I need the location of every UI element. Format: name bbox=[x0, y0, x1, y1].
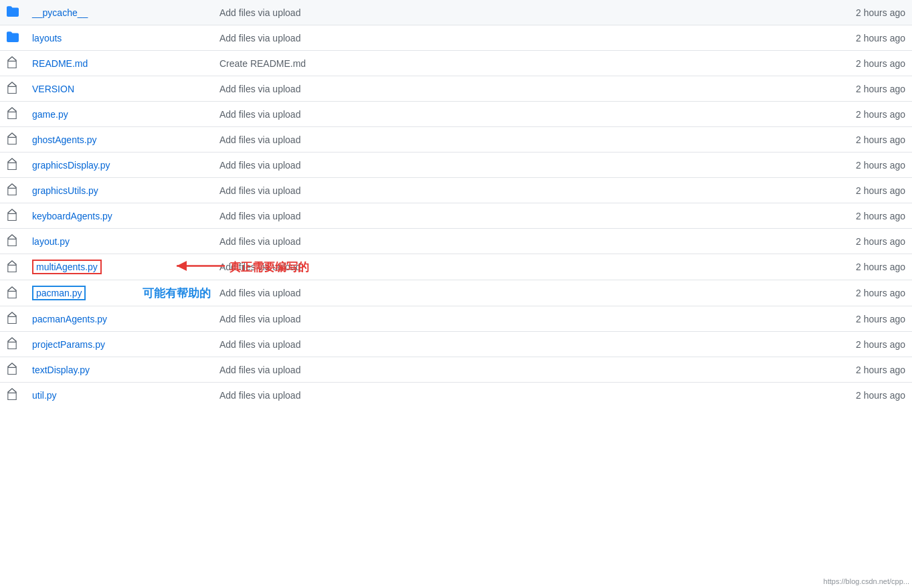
file-message-ghostagents: Add files via upload bbox=[213, 127, 818, 153]
file-icon-keyboardagents bbox=[0, 203, 25, 229]
file-time-multiagents: 2 hours ago bbox=[818, 254, 912, 280]
file-row-projectparams: projectParams.py Add files via upload 2 … bbox=[0, 332, 912, 357]
file-time-readme: 2 hours ago bbox=[818, 51, 912, 76]
file-message-gamepy: Add files via upload bbox=[213, 102, 818, 127]
file-link-ghostagents[interactable]: ghostAgents.py bbox=[32, 134, 97, 145]
file-link-util[interactable]: util.py bbox=[32, 390, 57, 401]
file-message-textdisplay: Add files via upload bbox=[213, 357, 818, 383]
file-link-layout[interactable]: layout.py bbox=[32, 236, 70, 247]
file-name-cell-ghostagents: ghostAgents.py bbox=[25, 127, 213, 153]
file-row-multiagents: multiAgents.py 真正需要编写的 Add files via upl… bbox=[0, 254, 912, 280]
file-message-projectparams: Add files via upload bbox=[213, 332, 818, 357]
file-message-layouts: Add files via upload bbox=[213, 25, 818, 51]
file-name-cell-pacman: pacman.py 可能有帮助的 bbox=[25, 280, 213, 306]
file-time-projectparams: 2 hours ago bbox=[818, 332, 912, 357]
file-name-cell-pacmanagents: pacmanAgents.py bbox=[25, 306, 213, 332]
file-time-version: 2 hours ago bbox=[818, 76, 912, 102]
file-icon-readme bbox=[0, 51, 25, 76]
file-time-pacman: 2 hours ago bbox=[818, 280, 912, 306]
file-row-ghostagents: ghostAgents.py Add files via upload 2 ho… bbox=[0, 127, 912, 153]
file-row-pycache: __pycache__ Add files via upload 2 hours… bbox=[0, 0, 912, 25]
file-link-pacmanagents[interactable]: pacmanAgents.py bbox=[32, 314, 107, 324]
file-time-textdisplay: 2 hours ago bbox=[818, 357, 912, 383]
file-time-gamepy: 2 hours ago bbox=[818, 102, 912, 127]
file-row-keyboardagents: keyboardAgents.py Add files via upload 2… bbox=[0, 203, 912, 229]
file-link-version[interactable]: VERSION bbox=[32, 84, 74, 94]
file-row-graphicsdisplay: graphicsDisplay.py Add files via upload … bbox=[0, 153, 912, 178]
file-message-version: Add files via upload bbox=[213, 76, 818, 102]
file-icon-pacman bbox=[0, 280, 25, 306]
file-time-keyboardagents: 2 hours ago bbox=[818, 203, 912, 229]
file-time-pacmanagents: 2 hours ago bbox=[818, 306, 912, 332]
file-name-cell-layout: layout.py bbox=[25, 229, 213, 254]
file-time-layout: 2 hours ago bbox=[818, 229, 912, 254]
file-name-cell-multiagents: multiAgents.py 真正需要编写的 bbox=[25, 254, 213, 280]
file-time-graphicsutils: 2 hours ago bbox=[818, 178, 912, 203]
file-icon-graphicsutils bbox=[0, 178, 25, 203]
file-row-util: util.py Add files via upload 2 hours ago bbox=[0, 383, 912, 408]
file-link-gamepy[interactable]: game.py bbox=[32, 109, 68, 120]
file-name-cell-textdisplay: textDisplay.py bbox=[25, 357, 213, 383]
file-icon-gamepy bbox=[0, 102, 25, 127]
highlight-blue: pacman.py bbox=[32, 286, 86, 300]
file-name-cell-graphicsdisplay: graphicsDisplay.py bbox=[25, 153, 213, 178]
arrow-red bbox=[173, 258, 226, 276]
file-icon-ghostagents bbox=[0, 127, 25, 153]
file-row-graphicsutils: graphicsUtils.py Add files via upload 2 … bbox=[0, 178, 912, 203]
file-time-util: 2 hours ago bbox=[818, 383, 912, 408]
file-link-projectparams[interactable]: projectParams.py bbox=[32, 339, 105, 350]
file-message-pacman: Add files via upload bbox=[213, 280, 818, 306]
file-icon-projectparams bbox=[0, 332, 25, 357]
file-message-graphicsutils: Add files via upload bbox=[213, 178, 818, 203]
file-message-pycache: Add files via upload bbox=[213, 0, 818, 25]
file-row-layouts: layouts Add files via upload 2 hours ago bbox=[0, 25, 912, 51]
file-message-util: Add files via upload bbox=[213, 383, 818, 408]
file-icon-pacmanagents bbox=[0, 306, 25, 332]
file-link-graphicsdisplay[interactable]: graphicsDisplay.py bbox=[32, 160, 110, 171]
annotation-red: 真正需要编写的 bbox=[230, 260, 309, 275]
file-name-cell-pycache: __pycache__ bbox=[25, 0, 213, 25]
file-link-readme[interactable]: README.md bbox=[32, 58, 88, 69]
file-link-layouts[interactable]: layouts bbox=[32, 33, 62, 43]
file-icon-util bbox=[0, 383, 25, 408]
file-name-cell-keyboardagents: keyboardAgents.py bbox=[25, 203, 213, 229]
file-name-cell-gamepy: game.py bbox=[25, 102, 213, 127]
file-time-layouts: 2 hours ago bbox=[818, 25, 912, 51]
file-message-layout: Add files via upload bbox=[213, 229, 818, 254]
file-time-pycache: 2 hours ago bbox=[818, 0, 912, 25]
file-message-readme: Create README.md bbox=[213, 51, 818, 76]
highlight-red: multiAgents.py bbox=[32, 260, 102, 274]
file-link-pacman[interactable]: pacman.py bbox=[36, 288, 82, 298]
file-link-multiagents[interactable]: multiAgents.py bbox=[36, 262, 98, 272]
file-table: __pycache__ Add files via upload 2 hours… bbox=[0, 0, 912, 407]
file-message-graphicsdisplay: Add files via upload bbox=[213, 153, 818, 178]
file-link-pycache[interactable]: __pycache__ bbox=[32, 7, 88, 18]
file-time-graphicsdisplay: 2 hours ago bbox=[818, 153, 912, 178]
file-link-textdisplay[interactable]: textDisplay.py bbox=[32, 365, 90, 375]
file-row-pacmanagents: pacmanAgents.py Add files via upload 2 h… bbox=[0, 306, 912, 332]
file-icon-layouts bbox=[0, 25, 25, 51]
file-message-keyboardagents: Add files via upload bbox=[213, 203, 818, 229]
file-icon-layout bbox=[0, 229, 25, 254]
annotation-blue: 可能有帮助的 bbox=[143, 286, 211, 301]
file-row-version: VERSION Add files via upload 2 hours ago bbox=[0, 76, 912, 102]
file-row-gamepy: game.py Add files via upload 2 hours ago bbox=[0, 102, 912, 127]
file-row-pacman: pacman.py 可能有帮助的 Add files via upload 2 … bbox=[0, 280, 912, 306]
file-time-ghostagents: 2 hours ago bbox=[818, 127, 912, 153]
file-icon-pycache bbox=[0, 0, 25, 25]
file-name-cell-graphicsutils: graphicsUtils.py bbox=[25, 178, 213, 203]
file-name-cell-projectparams: projectParams.py bbox=[25, 332, 213, 357]
file-name-cell-version: VERSION bbox=[25, 76, 213, 102]
file-icon-version bbox=[0, 76, 25, 102]
file-name-cell-util: util.py bbox=[25, 383, 213, 408]
file-link-graphicsutils[interactable]: graphicsUtils.py bbox=[32, 185, 98, 196]
file-icon-multiagents bbox=[0, 254, 25, 280]
file-message-pacmanagents: Add files via upload bbox=[213, 306, 818, 332]
file-link-keyboardagents[interactable]: keyboardAgents.py bbox=[32, 211, 112, 221]
file-row-layout: layout.py Add files via upload 2 hours a… bbox=[0, 229, 912, 254]
file-name-cell-layouts: layouts bbox=[25, 25, 213, 51]
file-row-readme: README.md Create README.md 2 hours ago bbox=[0, 51, 912, 76]
file-row-textdisplay: textDisplay.py Add files via upload 2 ho… bbox=[0, 357, 912, 383]
file-icon-textdisplay bbox=[0, 357, 25, 383]
file-name-cell-readme: README.md bbox=[25, 51, 213, 76]
